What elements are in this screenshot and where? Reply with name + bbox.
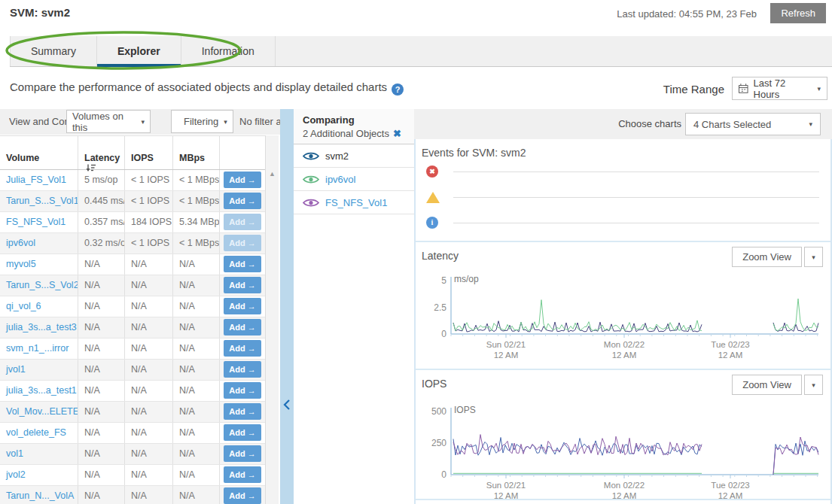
iops-zoom-caret-button[interactable]: ▾ xyxy=(804,375,823,395)
volume-link[interactable]: Tarun_N..._VolA xyxy=(6,490,74,501)
view-selector-dropdown[interactable]: Volumes on this ▾ xyxy=(66,110,151,133)
comparing-item-label: svm2 xyxy=(325,150,349,162)
volume-link[interactable]: qi_vol_6 xyxy=(6,301,41,311)
mbps-cell: < 1 MBps xyxy=(173,191,220,211)
volume-link[interactable]: Julia_FS_Vol1 xyxy=(6,175,66,185)
scroll-up-arrow[interactable]: ▲ xyxy=(266,170,279,178)
volume-table-body: Julia_FS_Vol15 ms/op< 1 IOPS< 1 MBpsAdd … xyxy=(0,170,265,504)
mbps-cell: N/A xyxy=(173,423,220,443)
table-row: myvol5N/AN/AN/AAdd → xyxy=(0,254,265,275)
latency-zoom-caret-button[interactable]: ▾ xyxy=(804,247,823,267)
latency-cell: N/A xyxy=(78,402,125,422)
volume-link[interactable]: svm_n1_...irror xyxy=(6,343,69,354)
add-button[interactable]: Add → xyxy=(224,382,261,399)
column-header-latency[interactable]: Latency xyxy=(78,136,125,169)
eye-icon[interactable] xyxy=(303,175,319,184)
mbps-cell: 5.34 MBps xyxy=(173,212,220,232)
volume-link[interactable]: Tarun_S...S_Vol1 xyxy=(6,196,78,206)
iops-cell: < 1 IOPS xyxy=(125,170,173,190)
add-button[interactable]: Add → xyxy=(224,172,261,188)
warning-event-track xyxy=(453,197,819,198)
table-row: julia_3s...a_test1N/AN/AN/AAdd → xyxy=(0,381,265,402)
volume-link[interactable]: ipv6vol xyxy=(6,238,35,248)
volume-link[interactable]: jvol1 xyxy=(6,364,26,375)
svg-text:12 AM: 12 AM xyxy=(718,351,743,360)
svg-text:12 AM: 12 AM xyxy=(612,491,637,499)
volume-link[interactable]: FS_NFS_Vol1 xyxy=(6,217,66,227)
table-row: vol_delete_FSN/AN/AN/AAdd → xyxy=(0,423,265,444)
iops-cell: < 1 IOPS xyxy=(125,191,173,211)
info-event-icon: i xyxy=(426,217,438,229)
add-button[interactable]: Add → xyxy=(224,361,261,378)
table-scrollbar[interactable]: ▲ xyxy=(265,135,279,504)
add-button[interactable]: Add → xyxy=(224,319,261,335)
latency-cell: N/A xyxy=(78,360,125,380)
volume-link[interactable]: julia_3s...a_test3 xyxy=(6,322,77,332)
comparing-item-FS_NFS_Vol1[interactable]: FS_NFS_Vol1 xyxy=(294,191,414,214)
eye-icon[interactable] xyxy=(303,198,319,208)
volume-link[interactable]: jvol2 xyxy=(6,469,26,480)
help-icon[interactable]: ? xyxy=(392,83,404,96)
table-row: jvol1N/AN/AN/AAdd → xyxy=(0,360,265,381)
svg-text:12 AM: 12 AM xyxy=(494,491,519,499)
table-row: jvol2N/AN/AN/AAdd → xyxy=(0,465,265,486)
svg-text:250: 250 xyxy=(431,438,446,448)
volume-link[interactable]: Vol_Mov...ELETE xyxy=(6,406,78,417)
add-button[interactable]: Add → xyxy=(224,340,261,357)
volume-link[interactable]: Tarun_S...S_Vol2 xyxy=(6,280,78,290)
tab-summary[interactable]: Summary xyxy=(10,36,97,66)
volume-link[interactable]: vol1 xyxy=(6,448,23,459)
mbps-cell: N/A xyxy=(173,360,220,380)
iops-zoom-view-button[interactable]: Zoom View xyxy=(732,375,802,395)
latency-chart: 02.55ms/opSun 02/2112 AMMon 02/2212 AMTu… xyxy=(416,269,830,369)
choose-charts-dropdown[interactable]: 4 Charts Selected ▾ xyxy=(685,113,821,135)
collapse-panel-handle[interactable] xyxy=(280,109,294,504)
comparing-item-svm2[interactable]: svm2 xyxy=(294,144,414,168)
tab-bar: Summary Explorer Information xyxy=(10,36,832,67)
add-button[interactable]: Add → xyxy=(224,277,261,293)
refresh-button[interactable]: Refresh xyxy=(770,3,826,23)
mbps-cell: N/A xyxy=(173,402,220,422)
comparing-items: svm2ipv6volFS_NFS_Vol1 xyxy=(294,144,414,214)
svg-text:Sun 02/21: Sun 02/21 xyxy=(486,340,526,349)
latency-cell: 0.445 ms/o xyxy=(78,191,125,211)
clear-comparing-icon[interactable]: ✖ xyxy=(393,128,401,139)
table-row: Vol_Mov...ELETEN/AN/AN/AAdd → xyxy=(0,402,265,423)
eye-icon[interactable] xyxy=(303,151,319,161)
volume-link[interactable]: vol_delete_FS xyxy=(6,427,66,438)
add-button[interactable]: Add → xyxy=(224,466,261,483)
comparing-item-label: ipv6vol xyxy=(325,174,355,185)
column-header-iops[interactable]: IOPS xyxy=(125,136,173,169)
table-row: svm_n1_...irrorN/AN/AN/AAdd → xyxy=(0,339,265,360)
volume-link[interactable]: myvol5 xyxy=(6,259,36,269)
table-row: Tarun_S...S_Vol10.445 ms/o< 1 IOPS< 1 MB… xyxy=(0,191,265,212)
chevron-left-icon xyxy=(283,399,291,411)
add-button[interactable]: Add → xyxy=(224,445,261,462)
comparing-item-ipv6vol[interactable]: ipv6vol xyxy=(294,168,414,191)
table-row: Tarun_S...S_Vol2N/AN/AN/AAdd → xyxy=(0,275,265,296)
svg-text:ms/op: ms/op xyxy=(454,274,479,284)
latency-zoom-view-button[interactable]: Zoom View xyxy=(732,247,802,267)
add-button[interactable]: Add → xyxy=(224,256,261,272)
volume-link[interactable]: julia_3s...a_test1 xyxy=(6,385,77,396)
mbps-cell: < 1 MBps xyxy=(173,233,220,254)
column-header-volume[interactable]: Volume xyxy=(0,136,78,169)
iops-cell: N/A xyxy=(125,275,173,296)
add-button[interactable]: Add → xyxy=(224,193,261,209)
charts-pane: Events for SVM: svm2 ✖ i Latency Zoom Vi… xyxy=(414,139,832,504)
choose-charts-label: Choose charts xyxy=(618,118,681,129)
tab-information[interactable]: Information xyxy=(181,36,276,66)
iops-cell: N/A xyxy=(125,402,173,422)
latency-cell: 0.32 ms/op xyxy=(78,233,125,254)
chevron-down-icon: ▾ xyxy=(224,118,227,126)
tab-explorer[interactable]: Explorer xyxy=(97,36,181,66)
svg-text:5: 5 xyxy=(441,275,446,286)
time-range-dropdown[interactable]: Last 72 Hours ▾ xyxy=(732,77,827,100)
column-header-mbps[interactable]: MBps xyxy=(173,136,220,169)
add-button[interactable]: Add → xyxy=(224,487,261,504)
add-button[interactable]: Add → xyxy=(224,403,261,420)
add-button[interactable]: Add → xyxy=(224,424,261,441)
comparing-title: Comparing xyxy=(303,114,414,126)
add-button[interactable]: Add → xyxy=(224,298,261,314)
filtering-dropdown[interactable]: Filtering ▾ xyxy=(171,110,233,133)
